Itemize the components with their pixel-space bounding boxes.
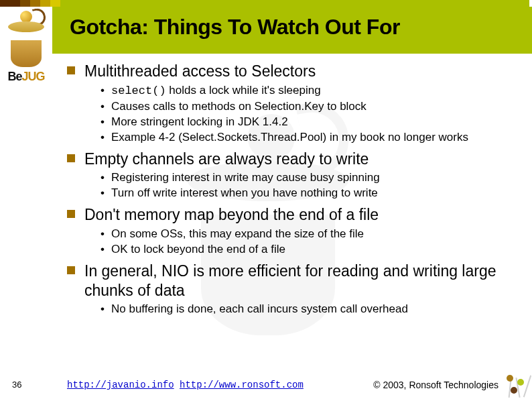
page-number: 36	[12, 380, 21, 390]
bullet-l2: Example 4-2 (Select.Sockets.Thread.Pool)…	[67, 130, 523, 146]
bullet-l2: select() holds a lock while it's sleepin…	[67, 83, 523, 99]
bullet-l2: Causes calls to methods on Selection.Key…	[67, 99, 523, 115]
sidebar-logo: BeJUG	[0, 7, 52, 396]
bullet-l2: Registering interest in write may cause …	[67, 170, 523, 186]
footer-link-javanio[interactable]: http://javanio.info	[67, 380, 174, 390]
bullet-l1: Empty channels are always ready to write	[67, 150, 523, 169]
slide-title: Gotcha: Things To Watch Out For	[70, 15, 400, 40]
slide-content: Multithreaded access to Selectors select…	[67, 62, 523, 321]
top-color-stripe	[0, 0, 532, 7]
bullet-l2: No buffering is done, each call incurs s…	[67, 302, 523, 317]
bejug-logo-icon	[3, 7, 50, 67]
logo-text: BeJUG	[0, 70, 52, 84]
bullet-l1: Multithreaded access to Selectors	[67, 62, 523, 81]
bullet-l1: In general, NIO is more efficient for re…	[67, 262, 523, 300]
footer-links: http://javanio.info http://www.ronsoft.c…	[67, 380, 304, 390]
bullet-l2: Turn off write interest when you have no…	[67, 186, 523, 201]
corner-decoration-icon	[500, 369, 531, 398]
bullet-l1: Don't memory map beyond the end of a fil…	[67, 205, 523, 225]
bullet-l2: On some OSs, this may expand the size of…	[67, 227, 523, 242]
copyright-text: © 2003, Ronsoft Technologies	[373, 380, 498, 390]
bullet-l2: More stringent locking in JDK 1.4.2	[67, 115, 523, 130]
bullet-l2: OK to lock beyond the end of a file	[67, 242, 523, 258]
footer-link-ronsoft[interactable]: http://www.ronsoft.com	[180, 380, 304, 390]
